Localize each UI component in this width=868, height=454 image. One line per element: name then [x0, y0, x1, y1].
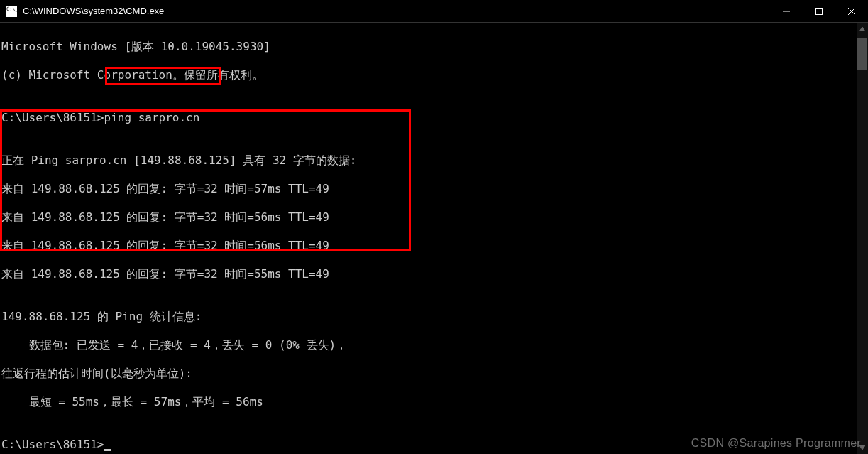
prompt-prefix: C:\Users\86151> [1, 438, 104, 451]
scroll-up-button[interactable] [857, 23, 868, 36]
cmd-icon [6, 6, 17, 17]
ping-reply-4: 来自 149.88.68.125 的回复: 字节=32 时间=55ms TTL=… [1, 267, 868, 281]
window-title: C:\WINDOWS\system32\CMD.exe [23, 6, 164, 16]
rtt-header: 往返行程的估计时间(以毫秒为单位): [1, 367, 868, 381]
cursor [104, 449, 111, 451]
close-icon [848, 8, 855, 15]
svg-rect-1 [816, 9, 823, 15]
prompt-line-1: C:\Users\86151>ping sarpro.cn [1, 111, 868, 125]
ping-header: 正在 Ping sarpro.cn [149.88.68.125] 具有 32 … [1, 153, 868, 168]
csdn-watermark: CSDN @Sarapines Programmer [691, 437, 861, 450]
vertical-scrollbar[interactable] [857, 23, 868, 454]
prompt-prefix: C:\Users\86151> [1, 111, 104, 124]
chevron-up-icon [859, 27, 865, 31]
window-controls [770, 0, 868, 22]
ms-windows-version: Microsoft Windows [版本 10.0.19045.3930] [1, 40, 868, 54]
rtt-values: 最短 = 55ms，最长 = 57ms，平均 = 56ms [1, 395, 868, 409]
titlebar-left: C:\WINDOWS\system32\CMD.exe [6, 6, 164, 17]
window-titlebar: C:\WINDOWS\system32\CMD.exe [0, 0, 868, 23]
maximize-button[interactable] [803, 0, 835, 23]
close-button[interactable] [835, 0, 868, 23]
ping-command: ping sarpro.cn [104, 111, 200, 124]
ping-stats-packets: 数据包: 已发送 = 4，已接收 = 4，丢失 = 0 (0% 丢失)， [1, 338, 868, 352]
minimize-icon [783, 8, 790, 15]
minimize-button[interactable] [770, 0, 803, 23]
scroll-thumb[interactable] [857, 38, 867, 70]
svg-marker-4 [859, 27, 865, 31]
ping-reply-1: 来自 149.88.68.125 的回复: 字节=32 时间=57ms TTL=… [1, 182, 868, 196]
ms-copyright: (c) Microsoft Corporation。保留所有权利。 [1, 68, 868, 82]
ping-stats-header: 149.88.68.125 的 Ping 统计信息: [1, 310, 868, 324]
terminal-output[interactable]: Microsoft Windows [版本 10.0.19045.3930] (… [0, 23, 868, 454]
maximize-icon [815, 8, 823, 15]
ping-reply-2: 来自 149.88.68.125 的回复: 字节=32 时间=56ms TTL=… [1, 210, 868, 225]
ping-reply-3: 来自 149.88.68.125 的回复: 字节=32 时间=56ms TTL=… [1, 239, 868, 253]
